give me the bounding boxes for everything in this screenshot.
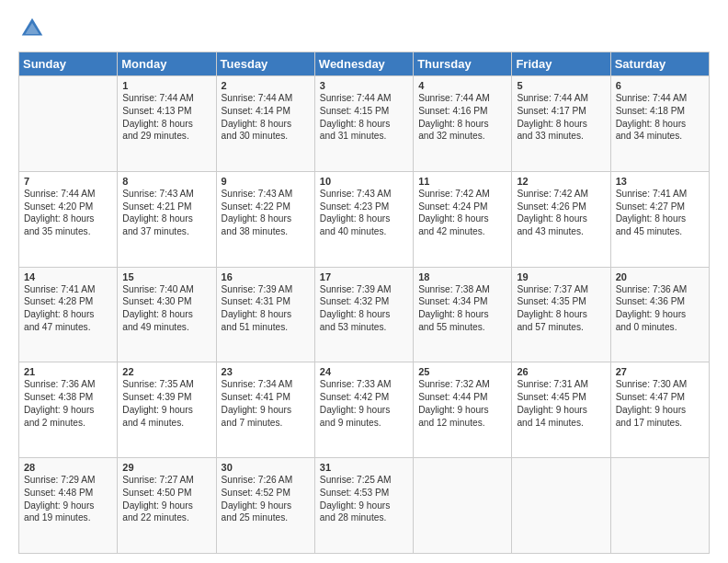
calendar-cell — [19, 76, 118, 172]
calendar-cell: 11Sunrise: 7:42 AM Sunset: 4:24 PM Dayli… — [414, 171, 512, 267]
day-number: 12 — [517, 176, 605, 187]
calendar-cell: 16Sunrise: 7:39 AM Sunset: 4:31 PM Dayli… — [216, 267, 314, 362]
day-number: 27 — [616, 366, 704, 377]
day-number: 29 — [122, 462, 210, 473]
day-number: 15 — [122, 271, 210, 282]
cell-content: Sunrise: 7:44 AM Sunset: 4:17 PM Dayligh… — [517, 92, 605, 143]
day-number: 8 — [122, 176, 210, 187]
header-day: Saturday — [610, 52, 709, 76]
calendar-cell: 12Sunrise: 7:42 AM Sunset: 4:26 PM Dayli… — [512, 171, 610, 267]
calendar-cell: 3Sunrise: 7:44 AM Sunset: 4:15 PM Daylig… — [314, 76, 413, 172]
logo-icon — [18, 15, 46, 42]
cell-content: Sunrise: 7:44 AM Sunset: 4:14 PM Dayligh… — [222, 92, 310, 143]
day-number: 26 — [517, 366, 605, 377]
cell-content: Sunrise: 7:27 AM Sunset: 4:50 PM Dayligh… — [122, 474, 210, 524]
cell-content: Sunrise: 7:44 AM Sunset: 4:13 PM Dayligh… — [122, 92, 210, 143]
cell-content: Sunrise: 7:44 AM Sunset: 4:16 PM Dayligh… — [418, 92, 506, 143]
header-day: Monday — [118, 52, 216, 76]
day-number: 23 — [222, 366, 310, 377]
cell-content: Sunrise: 7:42 AM Sunset: 4:26 PM Dayligh… — [517, 188, 605, 238]
cell-content: Sunrise: 7:26 AM Sunset: 4:52 PM Dayligh… — [222, 474, 310, 524]
day-number: 21 — [24, 366, 112, 377]
calendar-cell: 4Sunrise: 7:44 AM Sunset: 4:16 PM Daylig… — [414, 76, 512, 172]
cell-content: Sunrise: 7:29 AM Sunset: 4:48 PM Dayligh… — [24, 474, 112, 524]
calendar-cell: 9Sunrise: 7:43 AM Sunset: 4:22 PM Daylig… — [216, 171, 314, 267]
day-number: 3 — [320, 80, 408, 91]
calendar-cell: 28Sunrise: 7:29 AM Sunset: 4:48 PM Dayli… — [19, 458, 118, 554]
day-number: 5 — [517, 80, 605, 91]
day-number: 9 — [222, 176, 310, 187]
day-number: 20 — [616, 271, 704, 282]
cell-content: Sunrise: 7:36 AM Sunset: 4:36 PM Dayligh… — [616, 283, 704, 334]
day-number: 2 — [222, 80, 310, 91]
cell-content: Sunrise: 7:32 AM Sunset: 4:44 PM Dayligh… — [418, 378, 506, 429]
header-day: Sunday — [19, 52, 118, 76]
calendar-cell: 31Sunrise: 7:25 AM Sunset: 4:53 PM Dayli… — [314, 458, 413, 554]
calendar-cell: 14Sunrise: 7:41 AM Sunset: 4:28 PM Dayli… — [19, 267, 118, 362]
cell-content: Sunrise: 7:43 AM Sunset: 4:23 PM Dayligh… — [320, 188, 408, 238]
cell-content: Sunrise: 7:35 AM Sunset: 4:39 PM Dayligh… — [122, 378, 210, 429]
calendar-cell: 10Sunrise: 7:43 AM Sunset: 4:23 PM Dayli… — [314, 171, 413, 267]
day-number: 11 — [418, 176, 506, 187]
week-row: 14Sunrise: 7:41 AM Sunset: 4:28 PM Dayli… — [19, 267, 710, 362]
cell-content: Sunrise: 7:25 AM Sunset: 4:53 PM Dayligh… — [320, 474, 408, 524]
header-day: Tuesday — [216, 52, 314, 76]
cell-content: Sunrise: 7:33 AM Sunset: 4:42 PM Dayligh… — [320, 378, 408, 429]
calendar-cell: 17Sunrise: 7:39 AM Sunset: 4:32 PM Dayli… — [314, 267, 413, 362]
cell-content: Sunrise: 7:42 AM Sunset: 4:24 PM Dayligh… — [418, 188, 506, 238]
week-row: 1Sunrise: 7:44 AM Sunset: 4:13 PM Daylig… — [19, 76, 710, 172]
calendar-cell: 29Sunrise: 7:27 AM Sunset: 4:50 PM Dayli… — [118, 458, 216, 554]
calendar-cell: 8Sunrise: 7:43 AM Sunset: 4:21 PM Daylig… — [118, 171, 216, 267]
day-number: 13 — [616, 176, 704, 187]
week-row: 28Sunrise: 7:29 AM Sunset: 4:48 PM Dayli… — [19, 458, 710, 554]
calendar-cell: 26Sunrise: 7:31 AM Sunset: 4:45 PM Dayli… — [512, 362, 610, 458]
day-number: 14 — [24, 271, 112, 282]
cell-content: Sunrise: 7:44 AM Sunset: 4:20 PM Dayligh… — [24, 188, 112, 238]
calendar-cell: 24Sunrise: 7:33 AM Sunset: 4:42 PM Dayli… — [314, 362, 413, 458]
cell-content: Sunrise: 7:41 AM Sunset: 4:27 PM Dayligh… — [616, 188, 704, 238]
cell-content: Sunrise: 7:30 AM Sunset: 4:47 PM Dayligh… — [616, 378, 704, 429]
calendar-cell: 6Sunrise: 7:44 AM Sunset: 4:18 PM Daylig… — [610, 76, 709, 172]
calendar-cell: 22Sunrise: 7:35 AM Sunset: 4:39 PM Dayli… — [118, 362, 216, 458]
cell-content: Sunrise: 7:44 AM Sunset: 4:15 PM Dayligh… — [320, 92, 408, 143]
calendar-cell: 7Sunrise: 7:44 AM Sunset: 4:20 PM Daylig… — [19, 171, 118, 267]
calendar-cell: 30Sunrise: 7:26 AM Sunset: 4:52 PM Dayli… — [216, 458, 314, 554]
logo — [18, 15, 50, 42]
day-number: 28 — [24, 462, 112, 473]
cell-content: Sunrise: 7:43 AM Sunset: 4:21 PM Dayligh… — [122, 188, 210, 238]
cell-content: Sunrise: 7:39 AM Sunset: 4:32 PM Dayligh… — [320, 283, 408, 334]
day-number: 30 — [222, 462, 310, 473]
header-day: Thursday — [414, 52, 512, 76]
calendar-cell: 19Sunrise: 7:37 AM Sunset: 4:35 PM Dayli… — [512, 267, 610, 362]
week-row: 7Sunrise: 7:44 AM Sunset: 4:20 PM Daylig… — [19, 171, 710, 267]
calendar-cell: 27Sunrise: 7:30 AM Sunset: 4:47 PM Dayli… — [610, 362, 709, 458]
cell-content: Sunrise: 7:31 AM Sunset: 4:45 PM Dayligh… — [517, 378, 605, 429]
calendar-cell: 18Sunrise: 7:38 AM Sunset: 4:34 PM Dayli… — [414, 267, 512, 362]
day-number: 24 — [320, 366, 408, 377]
cell-content: Sunrise: 7:40 AM Sunset: 4:30 PM Dayligh… — [122, 283, 210, 334]
day-number: 6 — [616, 80, 704, 91]
calendar-cell: 1Sunrise: 7:44 AM Sunset: 4:13 PM Daylig… — [118, 76, 216, 172]
day-number: 25 — [418, 366, 506, 377]
cell-content: Sunrise: 7:37 AM Sunset: 4:35 PM Dayligh… — [517, 283, 605, 334]
week-row: 21Sunrise: 7:36 AM Sunset: 4:38 PM Dayli… — [19, 362, 710, 458]
cell-content: Sunrise: 7:36 AM Sunset: 4:38 PM Dayligh… — [24, 378, 112, 429]
calendar-cell — [414, 458, 512, 554]
calendar-cell: 15Sunrise: 7:40 AM Sunset: 4:30 PM Dayli… — [118, 267, 216, 362]
header-row: SundayMondayTuesdayWednesdayThursdayFrid… — [19, 52, 710, 76]
cell-content: Sunrise: 7:38 AM Sunset: 4:34 PM Dayligh… — [418, 283, 506, 334]
calendar-cell: 2Sunrise: 7:44 AM Sunset: 4:14 PM Daylig… — [216, 76, 314, 172]
day-number: 18 — [418, 271, 506, 282]
calendar-cell — [512, 458, 610, 554]
day-number: 16 — [222, 271, 310, 282]
day-number: 31 — [320, 462, 408, 473]
calendar-page: SundayMondayTuesdayWednesdayThursdayFrid… — [0, 0, 728, 563]
calendar-cell: 20Sunrise: 7:36 AM Sunset: 4:36 PM Dayli… — [610, 267, 709, 362]
day-number: 22 — [122, 366, 210, 377]
day-number: 7 — [24, 176, 112, 187]
calendar-cell: 25Sunrise: 7:32 AM Sunset: 4:44 PM Dayli… — [414, 362, 512, 458]
day-number: 17 — [320, 271, 408, 282]
day-number: 4 — [418, 80, 506, 91]
header-day: Wednesday — [314, 52, 413, 76]
calendar-cell — [610, 458, 709, 554]
